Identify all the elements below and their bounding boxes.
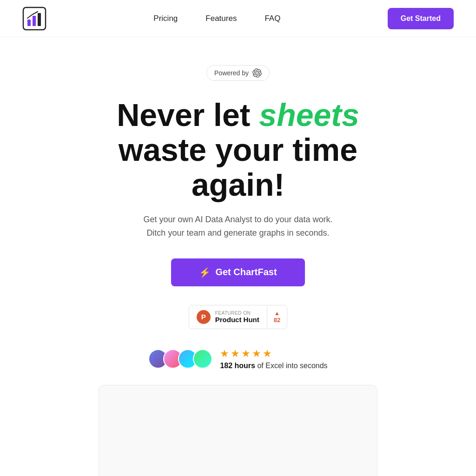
nav-faq[interactable]: FAQ [264,14,280,23]
navbar: Pricing Features FAQ Get Started [0,0,476,37]
ph-votes: ▲ 82 [267,307,287,326]
ph-arrow-icon: ▲ [274,310,280,317]
svg-rect-3 [38,13,41,26]
review-hours: 182 hours [220,362,255,370]
openai-icon [252,68,262,78]
avatars [148,349,212,369]
product-hunt-badge[interactable]: P FEATURED ON Product Hunt ▲ 82 [189,305,287,329]
star-1: ★ [220,348,229,360]
powered-by-label: Powered by [214,69,249,77]
star-4: ★ [252,348,261,360]
hero-section: Powered by Never let sheets waste your t… [0,37,476,476]
ph-vote-count: 82 [274,317,280,324]
logo-icon [22,7,46,31]
headline-part1: Never let [117,97,259,132]
svg-rect-2 [33,16,36,26]
review-suffix: of Excel into seconds [255,362,328,370]
reviews-row: ★ ★ ★ ★ ★ 182 hours of Excel into second… [148,348,327,370]
hero-cta-button[interactable]: ⚡ Get ChartFast [171,258,304,286]
logo[interactable] [22,7,46,31]
nav-features[interactable]: Features [205,14,237,23]
subtext-line1: Get your own AI Data Analyst to do your … [143,215,332,224]
bolt-icon: ⚡ [199,267,211,278]
powered-by-badge: Powered by [206,65,270,81]
headline: Never let sheets waste your time again! [75,98,401,202]
demo-box [99,385,377,476]
nav-pricing[interactable]: Pricing [153,14,178,23]
review-text: 182 hours of Excel into seconds [220,362,327,370]
star-5: ★ [263,348,272,360]
reviews-content: ★ ★ ★ ★ ★ 182 hours of Excel into second… [220,348,327,370]
nav-get-started-button[interactable]: Get Started [388,8,454,29]
svg-rect-1 [27,20,31,26]
hero-cta-label: Get ChartFast [215,267,277,278]
product-hunt-left: P FEATURED ON Product Hunt [189,306,267,328]
product-hunt-text: FEATURED ON Product Hunt [215,311,259,324]
ph-name: Product Hunt [215,316,259,324]
avatar-4 [193,349,212,369]
star-2: ★ [231,348,240,360]
nav-links: Pricing Features FAQ [153,14,280,23]
star-rating: ★ ★ ★ ★ ★ [220,348,327,360]
headline-sheets: sheets [259,97,359,132]
hero-subtext: Get your own AI Data Analyst to do your … [143,213,332,240]
ph-featured-label: FEATURED ON [215,311,251,316]
subtext-line2: Ditch your team and generate graphs in s… [146,228,329,238]
product-hunt-logo: P [197,310,211,324]
star-3: ★ [241,348,251,360]
headline-part2: waste your time again! [119,132,357,202]
